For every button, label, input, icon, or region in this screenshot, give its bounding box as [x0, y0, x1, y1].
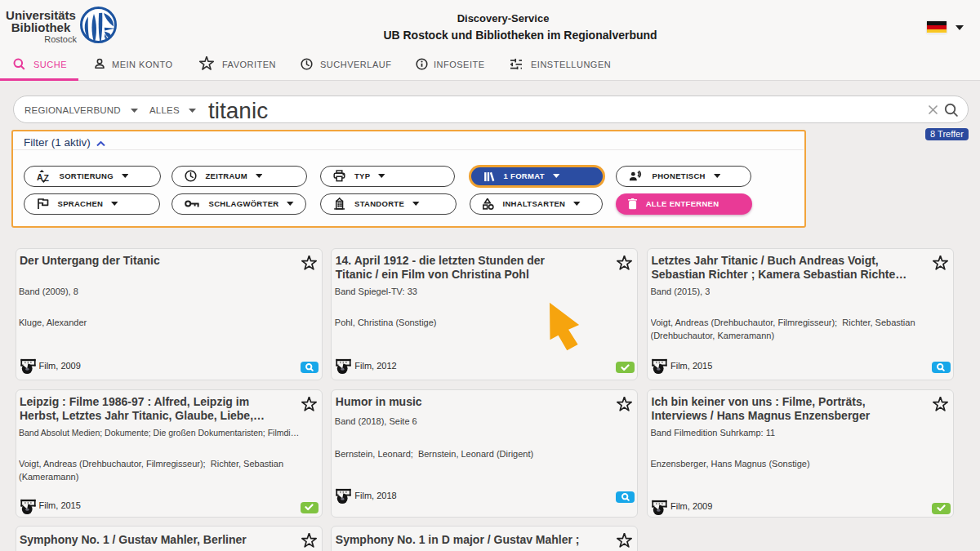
svg-text:A: A	[37, 171, 43, 181]
